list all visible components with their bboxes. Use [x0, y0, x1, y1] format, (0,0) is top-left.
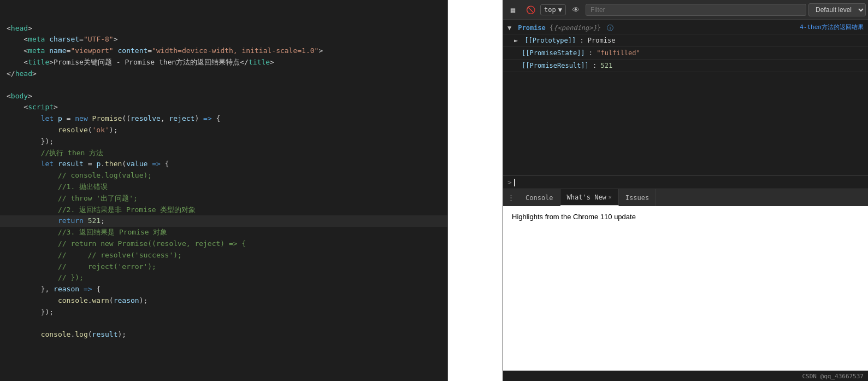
devtools-toolbar: ▦ 🚫 top ▼ 👁 Default level: [503, 0, 868, 20]
code-line-24: console.warn(reason);: [0, 295, 447, 307]
info-icon: ⓘ: [607, 24, 613, 32]
line-content: return 521;: [4, 215, 443, 227]
code-line-26: [0, 318, 447, 329]
bottom-tabs: ⋮ Console What's New ✕ Issues: [503, 189, 868, 206]
level-select[interactable]: Default level: [808, 3, 866, 16]
whats-new-text: Highlights from the Chrome 110 update: [512, 213, 636, 221]
line-content: </head>: [4, 68, 443, 80]
tab-close-icon[interactable]: ✕: [609, 194, 612, 200]
code-line-12: let result = p.then(value => {: [0, 159, 447, 170]
colon2: :: [589, 49, 597, 57]
context-selector[interactable]: top ▼: [540, 4, 566, 15]
code-line-10: });: [0, 136, 447, 148]
code-line-3: <title>Promise关键问题 - Promise then方法的返回结果…: [0, 57, 447, 68]
line-content: <body>: [4, 91, 443, 102]
colon3: :: [593, 62, 600, 69]
line-content: let p = new Promise((resolve, reject) =>…: [4, 113, 443, 125]
code-line-2: <meta name="viewport" content="width=dev…: [0, 45, 447, 57]
tab-console-label: Console: [525, 194, 553, 202]
line-content: // // resolve('success');: [4, 250, 443, 261]
code-line-8: let p = new Promise((resolve, reject) =>…: [0, 113, 447, 125]
watermark-bar: CSDN @qq_43667537: [503, 371, 868, 381]
promise-state-entry: [[PromiseState]] : "fulfilled": [503, 47, 868, 60]
code-line-9: resolve('ok');: [0, 125, 447, 136]
tab-menu-icon[interactable]: ⋮: [503, 194, 519, 202]
line-content: // console.log(value);: [4, 170, 443, 181]
line-content: console.warn(reason);: [4, 295, 443, 307]
prototype-entry: ► [[Prototype]] : Promise: [503, 34, 868, 47]
code-line-6: <body>: [0, 91, 447, 102]
code-line-23: }, reason => {: [0, 284, 447, 295]
code-line-21: // reject('error');: [0, 261, 447, 273]
promise-entry: 4-then方法的返回结果 ▼ Promise {{<pending>}} ⓘ: [503, 22, 868, 34]
code-line-17: return 521;: [0, 215, 447, 227]
line-content: [4, 80, 443, 91]
code-panel: <head> <meta charset="UTF-8"> <meta name…: [0, 0, 448, 381]
white-divider: [448, 0, 503, 381]
line-content: let result = p.then(value => {: [4, 159, 443, 170]
expand-arrow[interactable]: ▼: [507, 23, 514, 33]
line-content: [4, 318, 443, 329]
colon1: :: [580, 37, 587, 44]
line-content: }, reason => {: [4, 284, 443, 295]
code-line-16: //2. 返回结果是非 Promise 类型的对象: [0, 204, 447, 216]
line-content: resolve('ok');: [4, 125, 443, 136]
watermark-text: CSDN @qq_43667537: [802, 373, 864, 380]
prototype-expand[interactable]: ►: [514, 36, 521, 45]
code-line-27: console.log(result);: [0, 329, 447, 341]
code-line-11: //执行 then 方法: [0, 148, 447, 159]
promise-label: Promise {{<pending>}} ⓘ: [518, 24, 613, 32]
tab-whats-new-label: What's New: [567, 194, 606, 201]
promise-state-label: [[PromiseState]]: [522, 49, 585, 57]
code-line-15: // throw '出了问题';: [0, 193, 447, 204]
console-prompt: >: [507, 178, 512, 186]
prototype-value: Promise: [588, 37, 616, 44]
code-line-4: </head>: [0, 68, 447, 80]
code-line-5: [0, 80, 447, 91]
promise-result-entry: [[PromiseResult]] : 521: [503, 60, 868, 72]
chevron-down-icon: ▼: [558, 6, 562, 14]
line-content: <script>: [4, 102, 443, 113]
tab-issues[interactable]: Issues: [619, 189, 656, 206]
line-content: <meta name="viewport" content="width=dev…: [4, 45, 443, 57]
console-input-line[interactable]: >: [503, 175, 868, 189]
state-spacer: [514, 49, 522, 57]
console-cursor: [514, 179, 515, 186]
code-line-18: //3. 返回结果是 Promise 对象: [0, 227, 447, 238]
line-content: });: [4, 307, 443, 318]
context-label: top: [544, 6, 556, 14]
inspect-icon[interactable]: ▦: [505, 2, 521, 17]
promise-state-value: "fulfilled": [597, 49, 640, 57]
promise-state-inline: {{<pending>}}: [550, 24, 601, 32]
promise-keyword: Promise: [518, 24, 546, 32]
line-content: <head>: [4, 23, 443, 34]
source-link[interactable]: 4-then方法的返回结果: [800, 23, 864, 32]
line-content: // reject('error');: [4, 261, 443, 273]
line-content: // return new Promise((resolve, reject) …: [4, 238, 443, 250]
line-content: //1. 抛出错误: [4, 181, 443, 193]
line-content: });: [4, 136, 443, 148]
line-content: <meta charset="UTF-8">: [4, 34, 443, 45]
promise-result-value: 521: [601, 62, 613, 69]
devtools-panel: ▦ 🚫 top ▼ 👁 Default level 4-then方法的返回结果 …: [503, 0, 868, 381]
line-content: <title>Promise关键问题 - Promise then方法的返回结果…: [4, 57, 443, 68]
line-content: //执行 then 方法: [4, 148, 443, 159]
code-line-22: // });: [0, 272, 447, 284]
no-entry-icon[interactable]: 🚫: [523, 2, 538, 17]
line-content: // throw '出了问题';: [4, 193, 443, 204]
code-line-1: <meta charset="UTF-8">: [0, 34, 447, 45]
code-line-14: //1. 抛出错误: [0, 181, 447, 193]
promise-result-label: [[PromiseResult]]: [522, 62, 589, 69]
filter-input[interactable]: [586, 4, 806, 16]
line-content: //3. 返回结果是 Promise 对象: [4, 227, 443, 238]
code-line-0: <head>: [0, 23, 447, 34]
tab-console[interactable]: Console: [519, 189, 560, 206]
tab-issues-label: Issues: [625, 194, 649, 202]
line-content: //2. 返回结果是非 Promise 类型的对象: [4, 204, 443, 216]
code-area: <head> <meta charset="UTF-8"> <meta name…: [0, 0, 447, 340]
code-line-13: // console.log(value);: [0, 170, 447, 181]
eye-icon[interactable]: 👁: [568, 2, 583, 17]
tab-whats-new[interactable]: What's New ✕: [560, 189, 619, 206]
whats-new-content: Highlights from the Chrome 110 update: [503, 206, 868, 371]
code-line-19: // return new Promise((resolve, reject) …: [0, 238, 447, 250]
